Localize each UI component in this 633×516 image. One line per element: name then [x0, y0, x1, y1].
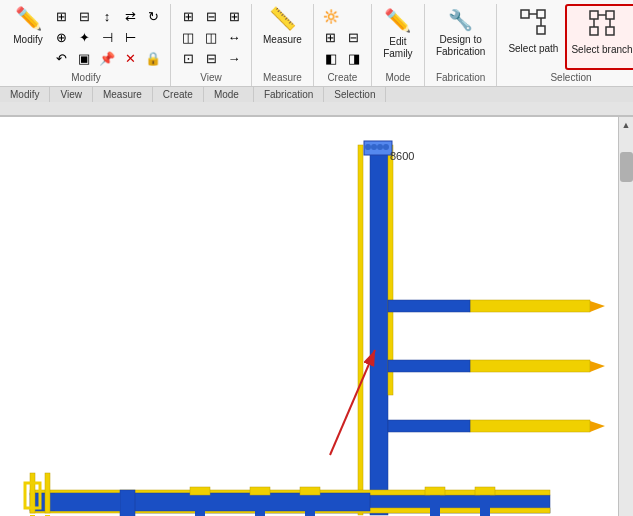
svg-rect-25: [388, 420, 470, 432]
view-small-tools: ⊞ ⊟ ⊞ ◫ ◫ ↔ ⊡ ⊟ →: [177, 4, 245, 68]
svg-rect-1: [537, 10, 545, 18]
section-measure: Measure: [93, 87, 153, 102]
rotate-button[interactable]: ↻: [142, 6, 164, 26]
view-btn-9[interactable]: →: [223, 48, 245, 68]
svg-rect-48: [480, 495, 490, 516]
offset-button[interactable]: ↕: [96, 6, 118, 26]
modify-label: Modify: [13, 34, 42, 46]
svg-rect-39: [120, 490, 135, 516]
svg-rect-46: [430, 495, 440, 516]
create-group-label: Create: [327, 70, 357, 86]
edit-family-button[interactable]: ✏️ EditFamily: [378, 4, 418, 70]
edit-family-icon: ✏️: [384, 8, 411, 34]
group-measure: 📏 Measure Measure: [252, 4, 314, 86]
svg-rect-2: [537, 26, 545, 34]
modify-small-tools: ⊞ ⊟ ↕ ⇄ ↻ ⊕ ✦ ⊣ ⊢ ↶ ▣ 📌: [50, 4, 164, 68]
svg-rect-12: [0, 125, 618, 516]
view-btn-2[interactable]: ⊟: [200, 6, 222, 26]
scroll-up-arrow[interactable]: ▲: [620, 117, 633, 132]
select-path-button[interactable]: Select path: [503, 4, 563, 70]
view-btn-6[interactable]: ↔: [223, 27, 245, 47]
ribbon-tools-row: ✏️ Modify ⊞ ⊟ ↕ ⇄ ↻ ⊕ ✦ ⊣: [0, 0, 633, 86]
edit-family-label: EditFamily: [383, 36, 412, 60]
svg-rect-16: [388, 145, 393, 395]
svg-rect-7: [606, 27, 614, 35]
view-group-label: View: [200, 70, 222, 86]
group-modify: ✏️ Modify ⊞ ⊟ ↕ ⇄ ↻ ⊕ ✦ ⊣: [2, 4, 171, 86]
mirror-button[interactable]: ⇄: [119, 6, 141, 26]
create-btn-4[interactable]: ◧: [320, 48, 342, 68]
create-btn-2[interactable]: ⊞: [320, 27, 342, 47]
section-bar: [0, 100, 633, 116]
select-branch-icon: [588, 9, 616, 42]
create-btn-5[interactable]: ◨: [343, 48, 365, 68]
measure-button[interactable]: 📏 Measure: [258, 4, 307, 70]
svg-rect-38: [45, 473, 50, 513]
view-btn-4[interactable]: ◫: [177, 27, 199, 47]
section-selection: Selection: [324, 87, 386, 102]
group-mode: ✏️ EditFamily Mode: [372, 4, 425, 86]
split-button[interactable]: ⊟: [73, 6, 95, 26]
create-btn-3[interactable]: ⊟: [343, 27, 365, 47]
delete-button[interactable]: ✕: [119, 48, 141, 68]
pin-button[interactable]: 📌: [96, 48, 118, 68]
modify-button[interactable]: ✏️ Modify: [8, 4, 48, 70]
move-button[interactable]: ✦: [73, 27, 95, 47]
svg-rect-42: [255, 495, 265, 516]
group-button[interactable]: ▣: [73, 48, 95, 68]
group-selection: Select path Select: [497, 4, 633, 86]
mode-group-label: Mode: [385, 70, 410, 86]
view-tools: ⊞ ⊟ ⊞ ◫ ◫ ↔ ⊡ ⊟ →: [177, 4, 245, 70]
svg-rect-15: [358, 145, 363, 515]
view-btn-1[interactable]: ⊞: [177, 6, 199, 26]
create-small-tools: 🔆 ⊞ ⊟ ◧ ◨: [320, 4, 365, 68]
design-fabrication-icon: 🔧: [448, 8, 473, 32]
ribbon: ✏️ Modify ⊞ ⊟ ↕ ⇄ ↻ ⊕ ✦ ⊣: [0, 0, 633, 100]
trim-button[interactable]: ⊣: [96, 27, 118, 47]
select-branch-svg: [588, 9, 616, 37]
select-branch-button[interactable]: Select branch: [565, 4, 633, 70]
create-btn-1[interactable]: 🔆: [320, 6, 342, 26]
svg-rect-20: [470, 300, 590, 312]
select-path-label: Select path: [508, 43, 558, 55]
scrollbar-thumb[interactable]: [620, 152, 633, 182]
svg-rect-51: [250, 487, 270, 495]
svg-rect-13: [370, 145, 388, 515]
lock-button[interactable]: 🔒: [142, 48, 164, 68]
svg-rect-22: [470, 360, 590, 372]
svg-rect-24: [470, 420, 590, 432]
svg-rect-57: [55, 493, 120, 511]
view-btn-7[interactable]: ⊡: [177, 48, 199, 68]
svg-text:8600: 8600: [390, 150, 414, 162]
measure-group-label: Measure: [263, 70, 302, 86]
modify-icon: ✏️: [15, 8, 42, 30]
canvas-area[interactable]: 8600: [0, 116, 633, 516]
select-path-svg: [519, 8, 547, 36]
scale-button[interactable]: ⊢: [119, 27, 141, 47]
svg-rect-6: [606, 11, 614, 19]
svg-point-33: [383, 144, 389, 150]
svg-point-31: [371, 144, 377, 150]
view-btn-5[interactable]: ◫: [200, 27, 222, 47]
svg-rect-54: [475, 487, 495, 495]
align-button[interactable]: ⊞: [50, 6, 72, 26]
undo-button[interactable]: ↶: [50, 48, 72, 68]
vertical-scrollbar[interactable]: ▲ ▼: [618, 117, 633, 516]
svg-rect-50: [190, 487, 210, 495]
create-tools: 🔆 ⊞ ⊟ ◧ ◨: [320, 4, 365, 70]
view-btn-3[interactable]: ⊞: [223, 6, 245, 26]
view-btn-8[interactable]: ⊟: [200, 48, 222, 68]
fabrication-group-label: Fabrication: [436, 70, 485, 86]
ribbon-sections-bar: Modify View Measure Create Mode Fabricat…: [0, 86, 633, 102]
section-modify: Modify: [0, 87, 50, 102]
svg-rect-21: [388, 300, 470, 312]
svg-point-32: [377, 144, 383, 150]
mode-tools: ✏️ EditFamily: [378, 4, 418, 70]
copy-button[interactable]: ⊕: [50, 27, 72, 47]
select-path-icon: [519, 8, 547, 41]
svg-rect-40: [195, 495, 205, 516]
canvas-svg: 8600: [0, 117, 618, 516]
svg-rect-23: [388, 360, 470, 372]
svg-point-30: [365, 144, 371, 150]
design-to-fabrication-button[interactable]: 🔧 Design toFabrication: [431, 4, 490, 70]
